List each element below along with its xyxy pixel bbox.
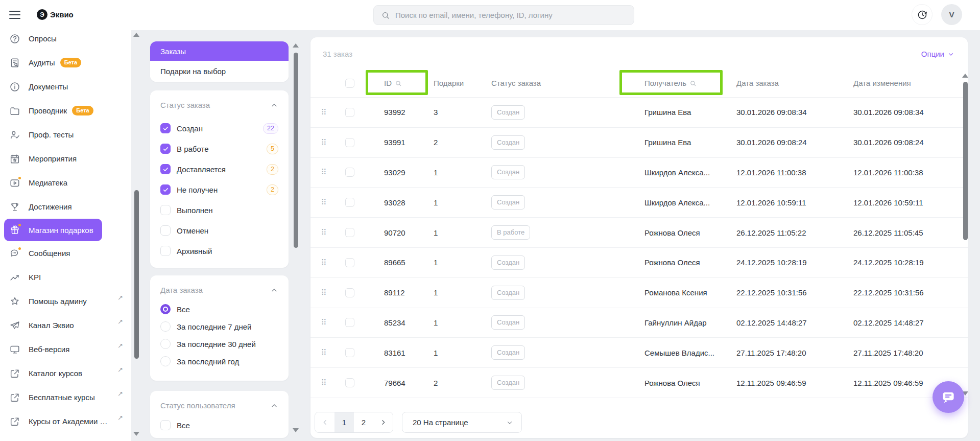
sidebar-item-academy-courses[interactable]: Курсы от Академии Э...↗	[0, 409, 131, 433]
column-header-order-date[interactable]: Дата заказа	[717, 79, 836, 87]
row-checkbox[interactable]	[345, 108, 354, 117]
table-row[interactable]: ⠿939923СозданГришина Ева30.01.2026 09:08…	[310, 98, 968, 128]
drag-handle-icon[interactable]: ⠿	[321, 258, 327, 267]
checkbox-checked[interactable]	[160, 164, 171, 174]
row-checkbox[interactable]	[345, 348, 354, 357]
column-header-change-date[interactable]: Дата изменения	[836, 79, 968, 87]
tab-gifts-choice[interactable]: Подарки на выбор	[150, 61, 289, 82]
prev-page-button[interactable]	[315, 412, 334, 432]
sidebar-item-explorer[interactable]: ПроводникБета	[0, 99, 131, 123]
column-header-status[interactable]: Статус заказа	[472, 79, 624, 87]
checkbox-option-4[interactable]: Выполнен	[160, 200, 278, 220]
drag-handle-icon[interactable]: ⠿	[321, 108, 327, 117]
menu-icon[interactable]	[9, 11, 20, 19]
history-button[interactable]	[912, 4, 933, 25]
table-row[interactable]: ⠿896651СозданРожнова Олеся24.12.2025 10:…	[310, 248, 968, 278]
column-header-id[interactable]: ID	[384, 79, 402, 87]
sidebar-item-messages[interactable]: Сообщения	[0, 241, 131, 265]
radio-checked[interactable]	[160, 304, 171, 314]
drag-handle-icon[interactable]: ⠿	[321, 198, 327, 207]
checkbox-checked[interactable]	[160, 184, 171, 195]
checkbox-unchecked[interactable]	[160, 246, 171, 256]
scroll-down-icon[interactable]	[293, 428, 299, 432]
radio-option-0[interactable]: Все	[160, 300, 278, 318]
sidebar-item-equeo-channel[interactable]: Канал Эквио↗	[0, 313, 131, 337]
row-checkbox[interactable]	[345, 138, 354, 147]
sidebar-item-course-catalog[interactable]: Каталог курсов↗	[0, 361, 131, 385]
checkbox-option-1[interactable]: В работе5	[160, 138, 278, 159]
select-all-checkbox[interactable]	[345, 79, 354, 88]
filter-section-header[interactable]: Дата заказа	[160, 286, 278, 294]
sidebar-item-kpi[interactable]: KPI	[0, 265, 131, 289]
row-checkbox[interactable]	[345, 378, 354, 387]
row-checkbox[interactable]	[345, 228, 354, 237]
page-button-2[interactable]: 2	[354, 412, 373, 432]
column-header-recipient[interactable]: Получатель	[644, 79, 697, 87]
checkbox-checked[interactable]	[160, 144, 171, 154]
drag-handle-icon[interactable]: ⠿	[321, 348, 327, 357]
filter-section-header[interactable]: Статус заказа	[160, 101, 278, 109]
row-checkbox[interactable]	[345, 198, 354, 207]
scroll-up-icon[interactable]	[133, 33, 139, 37]
radio-option-3[interactable]: За последний год	[160, 353, 278, 370]
options-dropdown[interactable]: Опции	[921, 50, 954, 58]
table-row[interactable]: ⠿831611СозданСемышев Владис...27.11.2025…	[310, 338, 968, 368]
checkbox-option-5[interactable]: Отменен	[160, 220, 278, 241]
scroll-up-icon[interactable]	[962, 74, 968, 78]
sidebar-item-gift-shop[interactable]: Магазин подарков	[4, 219, 102, 241]
drag-handle-icon[interactable]: ⠿	[321, 288, 327, 297]
radio-option-1[interactable]: За последние 7 дней	[160, 318, 278, 335]
chat-fab-button[interactable]	[933, 381, 964, 413]
row-checkbox[interactable]	[345, 168, 354, 177]
page-size-select[interactable]: 20 На странице	[402, 412, 522, 433]
drag-handle-icon[interactable]: ⠿	[321, 378, 327, 387]
scroll-up-icon[interactable]	[293, 43, 299, 48]
filters-scroll-thumb[interactable]	[294, 53, 298, 248]
radio-unchecked[interactable]	[160, 356, 171, 366]
row-checkbox[interactable]	[345, 288, 354, 297]
checkbox-option-6[interactable]: Архивный	[160, 241, 278, 261]
table-row[interactable]: ⠿939912СозданГришина Ева30.01.2026 09:08…	[310, 128, 968, 158]
page-button-1[interactable]: 1	[334, 412, 354, 432]
checkbox-option-0[interactable]: Все	[160, 416, 278, 434]
tab-orders[interactable]: Заказы	[150, 41, 289, 61]
table-scroll-thumb[interactable]	[963, 82, 968, 240]
checkbox-option-3[interactable]: Не получен2	[160, 179, 278, 200]
checkbox-option-2[interactable]: Доставляется2	[160, 159, 278, 179]
sidebar-item-media-library[interactable]: Медиатека	[0, 171, 131, 195]
drag-handle-icon[interactable]: ⠿	[321, 168, 327, 177]
avatar[interactable]: V	[941, 4, 962, 25]
sidebar-item-prof-tests[interactable]: Проф. тесты	[0, 123, 131, 147]
table-row[interactable]: ⠿930281СозданШкирдов Алекса...12.01.2026…	[310, 188, 968, 218]
search-input[interactable]	[395, 11, 627, 19]
next-page-button[interactable]	[373, 412, 393, 432]
sidebar-item-audits[interactable]: АудитыБета	[0, 51, 131, 75]
radio-unchecked[interactable]	[160, 339, 171, 349]
drag-handle-icon[interactable]: ⠿	[321, 138, 327, 147]
checkbox-checked[interactable]	[160, 123, 171, 133]
sidebar-scroll-thumb[interactable]	[134, 190, 139, 359]
sidebar-item-documents[interactable]: Документы	[0, 75, 131, 99]
sidebar-item-events[interactable]: Мероприятия	[0, 147, 131, 171]
radio-option-2[interactable]: За последние 30 дней	[160, 335, 278, 353]
table-row[interactable]: ⠿930291СозданШкирдов Алекса...12.01.2026…	[310, 158, 968, 188]
sidebar-item-web-version[interactable]: Веб-версия↗	[0, 337, 131, 361]
column-header-gifts[interactable]: Подарки	[415, 79, 472, 87]
table-row[interactable]: ⠿852341СозданГайнуллин Айдар02.12.2025 1…	[310, 308, 968, 338]
sidebar-item-free-courses[interactable]: Бесплатные курсы↗	[0, 385, 131, 409]
table-row[interactable]: ⠿907201В работеРожнова Олеся26.12.2025 1…	[310, 218, 968, 248]
sidebar-item-surveys[interactable]: Опросы	[0, 27, 131, 51]
checkbox-unchecked[interactable]	[160, 420, 171, 430]
row-checkbox[interactable]	[345, 318, 354, 327]
drag-handle-icon[interactable]: ⠿	[321, 228, 327, 237]
scroll-down-icon[interactable]	[133, 432, 139, 436]
filter-section-header[interactable]: Статус пользователя	[160, 401, 278, 410]
chevron-up-icon[interactable]	[270, 286, 278, 294]
chevron-up-icon[interactable]	[270, 402, 278, 410]
radio-unchecked[interactable]	[160, 321, 171, 332]
drag-handle-icon[interactable]: ⠿	[321, 318, 327, 327]
table-row[interactable]: ⠿891121СозданРоманова Ксения22.12.2025 1…	[310, 278, 968, 308]
checkbox-unchecked[interactable]	[160, 205, 171, 215]
checkbox-option-0[interactable]: Создан22	[160, 118, 278, 138]
table-row[interactable]: ⠿796642СозданРожнова Олеся12.11.2025 09:…	[310, 368, 968, 398]
